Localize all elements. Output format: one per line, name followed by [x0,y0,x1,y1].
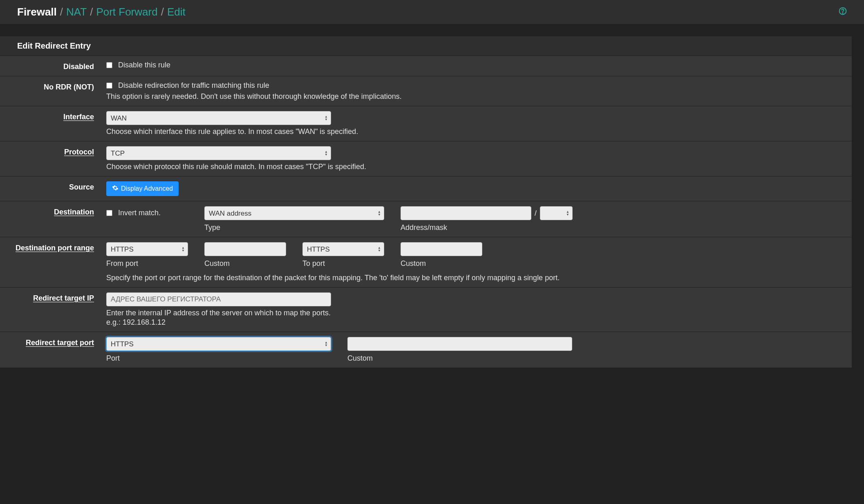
row-dest-port-range: Destination port range HTTPS From port C… [0,237,852,287]
disabled-text: Disable this rule [118,61,170,69]
mask-slash: / [535,209,537,218]
from-port-select[interactable]: HTTPS [106,242,188,256]
disabled-checkbox[interactable] [106,62,112,68]
label-dest-port-range: Destination port range [0,242,106,282]
row-destination: Destination Invert match. WAN address [0,201,852,237]
label-redirect-ip: Redirect target IP [0,292,106,327]
label-destination: Destination [0,206,106,232]
from-custom-label: Custom [204,259,286,268]
protocol-help: Choose which protocol this rule should m… [106,163,844,171]
row-nordr: No RDR (NOT) Disable redirection for tra… [0,76,852,106]
breadcrumb-bar: Firewall / NAT / Port Forward / Edit [0,0,864,24]
label-source: Source [0,181,106,196]
redirect-ip-input[interactable] [106,292,331,306]
nordr-help: This option is rarely needed. Don't use … [106,92,844,101]
row-redirect-ip: Redirect target IP Enter the internal IP… [0,287,852,332]
breadcrumb-portforward[interactable]: Port Forward [96,6,157,18]
label-disabled: Disabled [0,61,106,71]
from-port-custom-input[interactable] [204,242,286,256]
destination-address-label: Address/mask [401,223,573,232]
destination-type-label: Type [204,223,384,232]
breadcrumb-root: Firewall [17,6,57,18]
row-source: Source Display Advanced [0,176,852,201]
from-port-label: From port [106,259,188,268]
breadcrumb-edit[interactable]: Edit [167,6,186,18]
redirect-port-custom-label: Custom [347,354,572,363]
destination-address-input[interactable] [401,206,531,220]
row-disabled: Disabled Disable this rule [0,56,852,76]
to-port-label: To port [302,259,384,268]
destination-type-select[interactable]: WAN address [204,206,384,220]
to-custom-label: Custom [401,259,482,268]
redirect-port-custom-input[interactable] [347,337,572,351]
panel-title: Edit Redirect Entry [0,36,852,56]
edit-panel: Edit Redirect Entry Disabled Disable thi… [0,36,852,368]
svg-point-1 [842,13,843,13]
redirect-port-label: Port [106,354,331,363]
destination-mask-select[interactable] [540,206,573,220]
breadcrumb: Firewall / NAT / Port Forward / Edit [17,6,186,18]
dest-port-help: Specify the port or port range for the d… [106,274,844,282]
gear-icon [112,185,119,193]
help-icon[interactable] [839,7,847,18]
row-protocol: Protocol TCP Choose which protocol this … [0,141,852,176]
label-interface: Interface [0,111,106,136]
breadcrumb-sep: / [90,6,93,18]
breadcrumb-sep: / [60,6,63,18]
protocol-select[interactable]: TCP [106,146,331,160]
label-nordr: No RDR (NOT) [0,81,106,101]
redirect-ip-help1: Enter the internal IP address of the ser… [106,309,844,317]
redirect-ip-help2: e.g.: 192.168.1.12 [106,318,844,327]
nordr-text: Disable redirection for traffic matching… [118,81,269,90]
invert-match-checkbox[interactable] [106,210,112,216]
label-redirect-port: Redirect target port [0,337,106,363]
row-redirect-port: Redirect target port HTTPS Port Custom [0,332,852,368]
nordr-checkbox[interactable] [106,83,112,89]
interface-help: Choose which interface this rule applies… [106,127,844,136]
row-interface: Interface WAN Choose which interface thi… [0,106,852,141]
to-port-select[interactable]: HTTPS [302,242,384,256]
breadcrumb-sep: / [161,6,164,18]
redirect-port-select[interactable]: HTTPS [106,337,331,351]
interface-select[interactable]: WAN [106,111,331,125]
to-port-custom-input[interactable] [401,242,482,256]
label-protocol: Protocol [0,146,106,171]
breadcrumb-nat[interactable]: NAT [66,6,87,18]
invert-match-text: Invert match. [118,209,161,217]
display-advanced-button[interactable]: Display Advanced [106,181,179,196]
